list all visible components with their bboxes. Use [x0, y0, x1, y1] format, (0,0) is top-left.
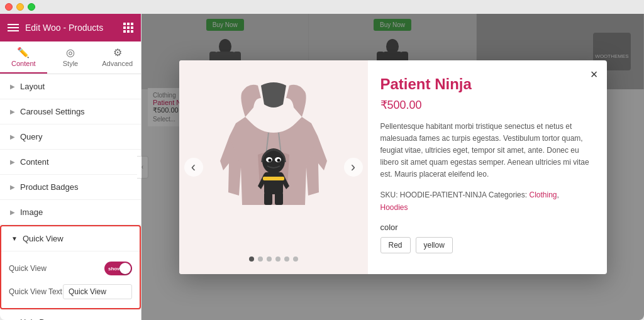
attribute-red[interactable]: Red	[380, 237, 411, 253]
main-content: Buy Now Buy Now	[142, 14, 644, 320]
close-button[interactable]	[5, 3, 13, 11]
category-hoodies[interactable]: Hoodies	[380, 203, 408, 212]
modal-dot-4[interactable]	[275, 257, 280, 262]
chevron-right-icon: ▶	[10, 108, 15, 115]
sidebar-header: Edit Woo - Products	[0, 14, 141, 41]
chevron-right-icon: ▶	[10, 158, 15, 165]
product-meta: SKU: HOODIE-PATIENT-NINJA Categories: Cl…	[380, 189, 594, 213]
quick-view-toggle-row: Quick View show	[9, 257, 132, 280]
tab-content[interactable]: ✏️ Content	[0, 41, 47, 74]
quick-view-body: Quick View show Quick View Text	[1, 251, 140, 308]
sidebar-item-layout-label: Layout	[20, 82, 45, 91]
sidebar-tabs: ✏️ Content ◎ Style ⚙ Advanced	[0, 41, 141, 74]
modal-close-button[interactable]: ×	[591, 68, 598, 80]
modal-dot-5[interactable]	[284, 257, 289, 262]
modal-dot-1[interactable]	[249, 257, 254, 262]
maximize-button[interactable]	[28, 3, 35, 11]
chevron-right-icon: ▶	[10, 209, 15, 216]
content-icon: ✏️	[17, 47, 30, 58]
svg-point-16	[277, 158, 280, 162]
sidebar-item-image[interactable]: ▶ Image	[0, 200, 141, 225]
style-icon: ◎	[66, 47, 75, 58]
svg-rect-20	[263, 177, 284, 180]
sidebar: Edit Woo - Products ✏️ Content ◎ Style ⚙…	[0, 14, 142, 320]
sidebar-item-content-label: Content	[20, 157, 49, 167]
modal-prev-button[interactable]: ‹	[184, 158, 203, 177]
app-wrapper: Edit Woo - Products ✏️ Content ◎ Style ⚙…	[0, 14, 644, 320]
sidebar-item-layout[interactable]: ▶ Layout	[0, 74, 141, 99]
modal-next-button[interactable]: ›	[344, 158, 363, 177]
svg-rect-17	[264, 172, 283, 194]
sidebar-item-content[interactable]: ▶ Content	[0, 150, 141, 175]
sidebar-item-help-docs[interactable]: ▶ Help Docs	[0, 309, 141, 320]
svg-rect-18	[264, 192, 272, 205]
modal-dots	[249, 257, 298, 262]
quick-view-header-label: Quick View	[23, 234, 64, 243]
modal-image-side: ‹ ›	[179, 60, 368, 274]
quick-view-text-label: Quick View Text	[9, 287, 62, 296]
product-title: Patient Ninja	[380, 75, 594, 93]
tab-content-label: Content	[11, 60, 36, 67]
product-sku: SKU: HOODIE-PATIENT-NINJA	[380, 190, 487, 199]
attribute-label: color	[380, 223, 594, 232]
hamburger-icon[interactable]	[8, 24, 19, 31]
tab-style-label: Style	[63, 60, 78, 67]
tab-advanced-label: Advanced	[102, 60, 133, 67]
sidebar-header-left: Edit Woo - Products	[8, 23, 103, 33]
modal-dot-3[interactable]	[267, 257, 272, 262]
sidebar-item-carousel-label: Carousel Settings	[20, 107, 85, 116]
quick-view-text-input[interactable]	[63, 284, 132, 299]
product-price: ₹500.00	[380, 98, 594, 112]
product-modal: × ‹ ›	[179, 60, 607, 274]
tab-advanced[interactable]: ⚙ Advanced	[94, 41, 141, 74]
carousel-area: Buy Now Buy Now	[142, 14, 644, 320]
sidebar-item-carousel-settings[interactable]: ▶ Carousel Settings	[0, 99, 141, 124]
categories-label: Categories:	[489, 190, 527, 199]
advanced-icon: ⚙	[113, 47, 122, 58]
product-image	[211, 79, 336, 243]
svg-point-15	[268, 158, 271, 162]
sidebar-item-query[interactable]: ▶ Query	[0, 124, 141, 150]
chevron-right-icon: ▶	[10, 83, 15, 90]
attribute-options: Red yellow	[380, 237, 594, 253]
sidebar-item-product-badges[interactable]: ▶ Product Badges	[0, 175, 141, 200]
toggle-slider: show	[104, 262, 132, 275]
product-description: Pellentesque habitant morbi tristique se…	[380, 121, 594, 181]
modal-overlay: × ‹ ›	[142, 14, 644, 320]
modal-dot-6[interactable]	[293, 257, 298, 262]
category-clothing[interactable]: Clothing	[529, 190, 557, 199]
tab-style[interactable]: ◎ Style	[47, 41, 94, 74]
quick-view-toggle-label: Quick View	[9, 264, 47, 273]
quick-view-header[interactable]: ▼ Quick View	[1, 226, 140, 251]
quick-view-section: ▼ Quick View Quick View show	[0, 225, 141, 309]
help-docs-label: Help Docs	[20, 317, 58, 320]
sidebar-title: Edit Woo - Products	[25, 23, 103, 33]
chevron-right-icon: ▶	[10, 133, 15, 140]
attribute-yellow[interactable]: yellow	[416, 237, 453, 253]
sidebar-item-badges-label: Product Badges	[20, 182, 79, 192]
sidebar-menu: ▶ Layout ▶ Carousel Settings ▶ Query ▶ C…	[0, 74, 141, 320]
product-attribute: color Red yellow	[380, 223, 594, 253]
quick-view-toggle[interactable]: show	[104, 262, 132, 275]
toggle-knob	[119, 263, 131, 274]
sidebar-item-query-label: Query	[20, 132, 42, 141]
chevron-down-icon: ▼	[11, 235, 18, 242]
sidebar-item-image-label: Image	[20, 207, 43, 217]
chevron-right-icon: ▶	[10, 184, 15, 190]
svg-rect-19	[275, 192, 283, 205]
product-image-container	[204, 73, 343, 249]
quick-view-text-row: Quick View Text	[9, 280, 132, 303]
modal-dot-2[interactable]	[258, 257, 263, 262]
minimize-button[interactable]	[16, 3, 24, 11]
grid-icon[interactable]	[123, 23, 133, 33]
modal-info-side: Patient Ninja ₹500.00 Pellentesque habit…	[368, 60, 607, 274]
title-bar	[0, 0, 644, 14]
traffic-lights	[5, 3, 35, 11]
